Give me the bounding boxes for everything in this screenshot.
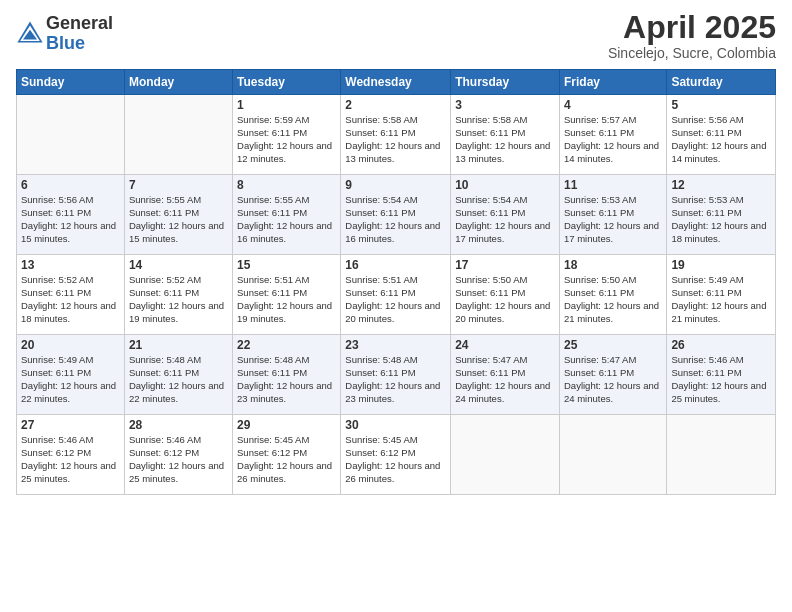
calendar-cell: 14Sunrise: 5:52 AM Sunset: 6:11 PM Dayli…	[124, 255, 232, 335]
day-number: 22	[237, 338, 336, 352]
calendar-cell: 17Sunrise: 5:50 AM Sunset: 6:11 PM Dayli…	[451, 255, 560, 335]
calendar-cell: 28Sunrise: 5:46 AM Sunset: 6:12 PM Dayli…	[124, 415, 232, 495]
day-info: Sunrise: 5:50 AM Sunset: 6:11 PM Dayligh…	[564, 274, 662, 325]
day-number: 12	[671, 178, 771, 192]
col-header-tuesday: Tuesday	[233, 70, 341, 95]
calendar-cell: 23Sunrise: 5:48 AM Sunset: 6:11 PM Dayli…	[341, 335, 451, 415]
day-number: 30	[345, 418, 446, 432]
day-number: 6	[21, 178, 120, 192]
calendar-cell: 12Sunrise: 5:53 AM Sunset: 6:11 PM Dayli…	[667, 175, 776, 255]
calendar-title: April 2025	[608, 10, 776, 45]
day-number: 20	[21, 338, 120, 352]
day-info: Sunrise: 5:49 AM Sunset: 6:11 PM Dayligh…	[671, 274, 771, 325]
day-number: 4	[564, 98, 662, 112]
day-info: Sunrise: 5:54 AM Sunset: 6:11 PM Dayligh…	[345, 194, 446, 245]
calendar-cell: 8Sunrise: 5:55 AM Sunset: 6:11 PM Daylig…	[233, 175, 341, 255]
calendar-cell: 13Sunrise: 5:52 AM Sunset: 6:11 PM Dayli…	[17, 255, 125, 335]
day-number: 9	[345, 178, 446, 192]
calendar-cell: 6Sunrise: 5:56 AM Sunset: 6:11 PM Daylig…	[17, 175, 125, 255]
header: General Blue April 2025 Sincelejo, Sucre…	[16, 10, 776, 61]
calendar-cell: 7Sunrise: 5:55 AM Sunset: 6:11 PM Daylig…	[124, 175, 232, 255]
day-number: 14	[129, 258, 228, 272]
calendar-cell: 18Sunrise: 5:50 AM Sunset: 6:11 PM Dayli…	[559, 255, 666, 335]
calendar-cell: 26Sunrise: 5:46 AM Sunset: 6:11 PM Dayli…	[667, 335, 776, 415]
calendar-cell: 4Sunrise: 5:57 AM Sunset: 6:11 PM Daylig…	[559, 95, 666, 175]
day-info: Sunrise: 5:45 AM Sunset: 6:12 PM Dayligh…	[345, 434, 446, 485]
day-info: Sunrise: 5:56 AM Sunset: 6:11 PM Dayligh…	[671, 114, 771, 165]
calendar-cell	[124, 95, 232, 175]
calendar-week-row: 20Sunrise: 5:49 AM Sunset: 6:11 PM Dayli…	[17, 335, 776, 415]
day-info: Sunrise: 5:55 AM Sunset: 6:11 PM Dayligh…	[129, 194, 228, 245]
day-info: Sunrise: 5:46 AM Sunset: 6:11 PM Dayligh…	[671, 354, 771, 405]
day-number: 1	[237, 98, 336, 112]
day-number: 5	[671, 98, 771, 112]
title-block: April 2025 Sincelejo, Sucre, Colombia	[608, 10, 776, 61]
calendar-cell	[451, 415, 560, 495]
day-info: Sunrise: 5:46 AM Sunset: 6:12 PM Dayligh…	[21, 434, 120, 485]
day-info: Sunrise: 5:56 AM Sunset: 6:11 PM Dayligh…	[21, 194, 120, 245]
day-number: 23	[345, 338, 446, 352]
day-number: 26	[671, 338, 771, 352]
day-number: 3	[455, 98, 555, 112]
day-info: Sunrise: 5:48 AM Sunset: 6:11 PM Dayligh…	[129, 354, 228, 405]
calendar-header-row: SundayMondayTuesdayWednesdayThursdayFrid…	[17, 70, 776, 95]
calendar-table: SundayMondayTuesdayWednesdayThursdayFrid…	[16, 69, 776, 495]
col-header-sunday: Sunday	[17, 70, 125, 95]
logo: General Blue	[16, 14, 113, 54]
day-info: Sunrise: 5:53 AM Sunset: 6:11 PM Dayligh…	[564, 194, 662, 245]
calendar-week-row: 13Sunrise: 5:52 AM Sunset: 6:11 PM Dayli…	[17, 255, 776, 335]
calendar-cell: 10Sunrise: 5:54 AM Sunset: 6:11 PM Dayli…	[451, 175, 560, 255]
calendar-cell: 2Sunrise: 5:58 AM Sunset: 6:11 PM Daylig…	[341, 95, 451, 175]
calendar-cell: 1Sunrise: 5:59 AM Sunset: 6:11 PM Daylig…	[233, 95, 341, 175]
calendar-cell: 3Sunrise: 5:58 AM Sunset: 6:11 PM Daylig…	[451, 95, 560, 175]
day-info: Sunrise: 5:58 AM Sunset: 6:11 PM Dayligh…	[345, 114, 446, 165]
day-info: Sunrise: 5:50 AM Sunset: 6:11 PM Dayligh…	[455, 274, 555, 325]
day-info: Sunrise: 5:51 AM Sunset: 6:11 PM Dayligh…	[345, 274, 446, 325]
logo-blue-text: Blue	[46, 34, 113, 54]
calendar-cell: 24Sunrise: 5:47 AM Sunset: 6:11 PM Dayli…	[451, 335, 560, 415]
col-header-friday: Friday	[559, 70, 666, 95]
calendar-week-row: 6Sunrise: 5:56 AM Sunset: 6:11 PM Daylig…	[17, 175, 776, 255]
calendar-cell: 29Sunrise: 5:45 AM Sunset: 6:12 PM Dayli…	[233, 415, 341, 495]
day-number: 16	[345, 258, 446, 272]
day-info: Sunrise: 5:51 AM Sunset: 6:11 PM Dayligh…	[237, 274, 336, 325]
day-info: Sunrise: 5:58 AM Sunset: 6:11 PM Dayligh…	[455, 114, 555, 165]
calendar-cell: 15Sunrise: 5:51 AM Sunset: 6:11 PM Dayli…	[233, 255, 341, 335]
calendar-cell: 30Sunrise: 5:45 AM Sunset: 6:12 PM Dayli…	[341, 415, 451, 495]
calendar-cell: 27Sunrise: 5:46 AM Sunset: 6:12 PM Dayli…	[17, 415, 125, 495]
calendar-body: 1Sunrise: 5:59 AM Sunset: 6:11 PM Daylig…	[17, 95, 776, 495]
day-info: Sunrise: 5:59 AM Sunset: 6:11 PM Dayligh…	[237, 114, 336, 165]
day-number: 21	[129, 338, 228, 352]
day-info: Sunrise: 5:57 AM Sunset: 6:11 PM Dayligh…	[564, 114, 662, 165]
day-number: 28	[129, 418, 228, 432]
day-info: Sunrise: 5:46 AM Sunset: 6:12 PM Dayligh…	[129, 434, 228, 485]
day-number: 10	[455, 178, 555, 192]
day-info: Sunrise: 5:45 AM Sunset: 6:12 PM Dayligh…	[237, 434, 336, 485]
day-number: 17	[455, 258, 555, 272]
day-info: Sunrise: 5:47 AM Sunset: 6:11 PM Dayligh…	[564, 354, 662, 405]
logo-icon	[16, 20, 44, 48]
day-info: Sunrise: 5:54 AM Sunset: 6:11 PM Dayligh…	[455, 194, 555, 245]
calendar-cell: 9Sunrise: 5:54 AM Sunset: 6:11 PM Daylig…	[341, 175, 451, 255]
day-number: 19	[671, 258, 771, 272]
day-info: Sunrise: 5:52 AM Sunset: 6:11 PM Dayligh…	[129, 274, 228, 325]
day-number: 15	[237, 258, 336, 272]
calendar-cell: 19Sunrise: 5:49 AM Sunset: 6:11 PM Dayli…	[667, 255, 776, 335]
calendar-cell: 11Sunrise: 5:53 AM Sunset: 6:11 PM Dayli…	[559, 175, 666, 255]
calendar-cell: 16Sunrise: 5:51 AM Sunset: 6:11 PM Dayli…	[341, 255, 451, 335]
day-info: Sunrise: 5:48 AM Sunset: 6:11 PM Dayligh…	[345, 354, 446, 405]
col-header-thursday: Thursday	[451, 70, 560, 95]
day-number: 18	[564, 258, 662, 272]
calendar-cell: 25Sunrise: 5:47 AM Sunset: 6:11 PM Dayli…	[559, 335, 666, 415]
day-info: Sunrise: 5:48 AM Sunset: 6:11 PM Dayligh…	[237, 354, 336, 405]
day-number: 2	[345, 98, 446, 112]
day-number: 13	[21, 258, 120, 272]
col-header-wednesday: Wednesday	[341, 70, 451, 95]
day-info: Sunrise: 5:47 AM Sunset: 6:11 PM Dayligh…	[455, 354, 555, 405]
calendar-cell	[17, 95, 125, 175]
day-number: 11	[564, 178, 662, 192]
calendar-cell: 20Sunrise: 5:49 AM Sunset: 6:11 PM Dayli…	[17, 335, 125, 415]
day-info: Sunrise: 5:55 AM Sunset: 6:11 PM Dayligh…	[237, 194, 336, 245]
day-number: 7	[129, 178, 228, 192]
calendar-week-row: 1Sunrise: 5:59 AM Sunset: 6:11 PM Daylig…	[17, 95, 776, 175]
